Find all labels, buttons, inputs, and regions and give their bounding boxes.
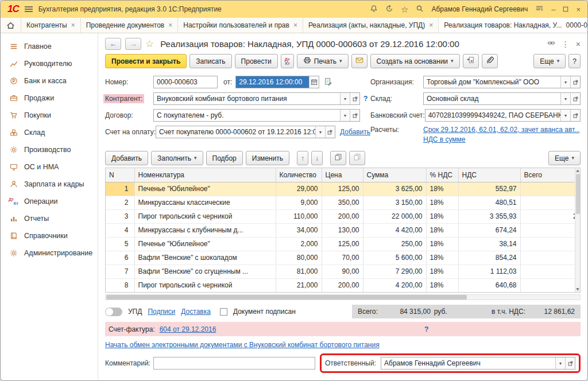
add-row-button[interactable]: Добавить bbox=[105, 151, 148, 165]
favorites-icon[interactable]: ☆ bbox=[401, 5, 408, 14]
payment-invoice-field[interactable]: Счет покупателю 0000-000602 от 19.12.201… bbox=[156, 126, 335, 138]
scroll-down-icon[interactable] bbox=[576, 288, 579, 291]
sidebar-item-spravochniki[interactable]: Справочники bbox=[1, 227, 98, 244]
post-and-close-button[interactable]: Провести и закрыть bbox=[105, 54, 187, 68]
table-horizontal-scrollbar[interactable] bbox=[105, 294, 581, 300]
sidebar-item-rukovoditelyu[interactable]: Руководителю bbox=[1, 55, 98, 72]
dropdown-icon[interactable]: ▾ bbox=[340, 110, 350, 121]
bank-account-field[interactable]: 40702810399994349242, ПАО СБЕРБАНК ▾ bbox=[425, 109, 581, 122]
tab-provedenie-dokumentov[interactable]: Проведение документов × bbox=[81, 18, 179, 33]
organization-field[interactable]: Торговый дом "Комплексный" ООО ▾ bbox=[423, 76, 581, 88]
table-row[interactable]: 5Печенье "Юбилейное"2,000125,00250,0018%… bbox=[106, 237, 581, 251]
dropdown-icon[interactable]: ▾ bbox=[555, 357, 565, 369]
home-tab[interactable] bbox=[1, 18, 21, 33]
close-form-icon[interactable]: × bbox=[576, 40, 581, 49]
comment-field[interactable] bbox=[153, 357, 315, 370]
sidebar-item-sklad[interactable]: Склад bbox=[1, 124, 98, 141]
add-invoice-link[interactable]: Добавить bbox=[340, 128, 370, 136]
delivery-link[interactable]: Доставка bbox=[181, 308, 211, 316]
responsible-field[interactable]: Абрамов Геннадий Сергеевич ▾ bbox=[381, 357, 575, 370]
col-header-nomenclature[interactable]: Номенклатура bbox=[134, 168, 276, 182]
tab-realizaciya-tovarov[interactable]: Реализация товаров: Накладная, У... 0000… bbox=[439, 18, 587, 33]
forward-button[interactable]: → bbox=[125, 38, 141, 50]
dtkt-button[interactable]: ДтКт bbox=[281, 54, 294, 68]
tab-nastroyki-polzovateley[interactable]: Настройки пользователей и прав × bbox=[178, 18, 303, 33]
table-row[interactable]: 7Вафли "Венские" со сгущенным ...81,0009… bbox=[106, 265, 581, 278]
more-menu-icon[interactable]: ⋮ bbox=[562, 40, 570, 49]
email-button[interactable] bbox=[351, 54, 368, 68]
search-icon[interactable] bbox=[416, 5, 424, 14]
col-header-total[interactable]: Всего bbox=[520, 168, 581, 182]
open-icon[interactable] bbox=[350, 93, 359, 104]
table-row[interactable]: 6Вафли "Венские" с шоколадом80,00070,005… bbox=[106, 251, 581, 265]
main-menu-icon[interactable] bbox=[25, 6, 33, 12]
settlements-link[interactable]: Срок 29.12.2016, 62.01, 62.02, зачет ава… bbox=[423, 126, 579, 134]
paste-rows-button[interactable] bbox=[349, 151, 365, 165]
tab-kontragenty[interactable]: Контрагенты × bbox=[21, 18, 81, 33]
sidebar-item-operacii[interactable]: ДтКтОперации bbox=[1, 193, 98, 210]
history-icon[interactable] bbox=[385, 5, 393, 14]
open-icon[interactable] bbox=[570, 93, 580, 104]
current-user[interactable]: Абрамов Геннадий Сергеевич bbox=[431, 5, 528, 13]
sidebar-item-bank-i-kassa[interactable]: Банк и касса bbox=[1, 72, 98, 90]
open-icon[interactable] bbox=[325, 126, 335, 138]
pick-button[interactable]: Подбор bbox=[206, 151, 243, 165]
sidebar-item-glavnoe[interactable]: Главное bbox=[1, 38, 98, 55]
col-header-sum[interactable]: Сумма bbox=[363, 168, 426, 182]
table-row[interactable]: 3Пирог тирольский с черникой110,000200,0… bbox=[106, 209, 581, 223]
sidebar-item-os-i-nma[interactable]: ОС и НМА bbox=[1, 158, 98, 176]
open-icon[interactable] bbox=[570, 76, 580, 88]
counterparty-field[interactable]: Внуковский комбинат бортового питания ▾ bbox=[153, 92, 360, 105]
help-button[interactable]: ? bbox=[568, 54, 581, 68]
move-row-up-button[interactable]: ↑ bbox=[297, 151, 308, 165]
create-based-on-button[interactable]: Создать на основании▾ bbox=[370, 54, 460, 68]
sidebar-item-pokupki[interactable]: Покупки bbox=[1, 107, 98, 124]
calendar-icon[interactable] bbox=[309, 76, 319, 88]
open-icon[interactable] bbox=[565, 357, 575, 369]
tab-close-icon[interactable]: × bbox=[168, 21, 172, 29]
invoice-link[interactable]: 604 от 29.12.2016 bbox=[160, 325, 216, 333]
edo-link[interactable]: Начать обмен электронными документами с … bbox=[105, 341, 380, 349]
close-button[interactable]: × bbox=[576, 6, 581, 13]
open-icon[interactable] bbox=[570, 110, 580, 121]
dropdown-icon[interactable]: ▾ bbox=[340, 93, 350, 104]
related-documents-button[interactable] bbox=[463, 54, 479, 68]
table-row[interactable]: 2Минкруассаны классические9,000350,003 1… bbox=[106, 196, 581, 209]
print-button[interactable]: Печать▾ bbox=[297, 54, 349, 68]
dropdown-icon[interactable]: ▾ bbox=[560, 110, 570, 121]
notifications-icon[interactable] bbox=[370, 5, 378, 14]
change-button[interactable]: Изменить bbox=[246, 151, 289, 165]
copy-rows-button[interactable] bbox=[330, 151, 346, 165]
link-icon[interactable] bbox=[547, 39, 555, 49]
dropdown-icon[interactable]: ▾ bbox=[560, 76, 570, 88]
sidebar-item-administrirovanie[interactable]: Администрирование bbox=[1, 244, 98, 262]
upd-toggle[interactable] bbox=[105, 308, 122, 316]
maximize-button[interactable] bbox=[563, 6, 568, 12]
date-field[interactable]: 29.12.2016 12:00:00 bbox=[235, 76, 319, 88]
scroll-up-icon[interactable] bbox=[576, 169, 579, 172]
document-signed-checkbox[interactable] bbox=[220, 308, 227, 316]
tab-realizaciya-akty[interactable]: Реализация (акты, накладные, УПД) × bbox=[303, 18, 439, 33]
contract-field[interactable]: С покупателем - руб. ▾ bbox=[153, 109, 360, 122]
dropdown-icon[interactable]: ▾ bbox=[560, 93, 570, 104]
invoice-help-link[interactable]: ? bbox=[424, 325, 428, 333]
sidebar-item-proizvodstvo[interactable]: Производство bbox=[1, 141, 98, 158]
tab-close-icon[interactable]: × bbox=[429, 21, 433, 29]
back-button[interactable]: ← bbox=[105, 38, 121, 50]
vertical-scroll-thumb[interactable] bbox=[576, 174, 580, 214]
tab-close-icon[interactable]: × bbox=[293, 21, 297, 29]
sidebar-item-prodazhi[interactable]: Продажи bbox=[1, 90, 98, 107]
col-header-price[interactable]: Цена bbox=[322, 168, 363, 182]
move-row-down-button[interactable]: ↓ bbox=[311, 151, 323, 165]
post-button[interactable]: Провести bbox=[235, 54, 278, 68]
write-button[interactable]: Записать bbox=[189, 54, 231, 68]
fill-button[interactable]: Заполнить▾ bbox=[151, 151, 203, 165]
col-header-vat-pct[interactable]: % НДС bbox=[426, 168, 458, 182]
table-row[interactable]: 1Печенье "Юбилейное"29,000125,003 625,00… bbox=[106, 182, 581, 196]
open-icon[interactable] bbox=[350, 110, 359, 121]
table-row[interactable]: 8Пирог тирольский с черникой21,000200,00… bbox=[106, 278, 581, 292]
number-field[interactable]: 0000-000603 bbox=[153, 76, 218, 88]
service-menu-icon[interactable] bbox=[535, 4, 544, 14]
signatures-link[interactable]: Подписи bbox=[148, 308, 175, 316]
counterparty-help-link[interactable]: ? bbox=[363, 95, 368, 103]
